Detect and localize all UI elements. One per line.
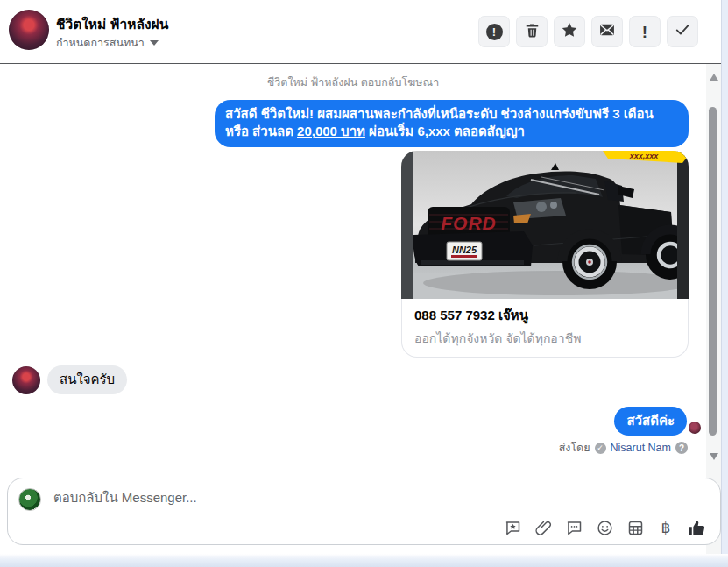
header-action-buttons: ! ! [478,16,698,47]
reply-composer: ฿ [7,478,721,545]
star-icon [561,21,578,42]
outgoing-message-bubble: สวัสดีค่ะ [614,407,687,436]
license-plate-text: NN25 [452,245,477,255]
report-button[interactable]: ! [478,16,510,47]
report-icon: ! [486,24,503,40]
scroll-up-icon[interactable] [710,74,718,81]
page-logo-avatar [18,488,41,511]
important-button[interactable]: ! [629,16,661,47]
ad-message-bubble: สวัสดี ชีวิตใหม่! ผสมผสานพละกำลังที่เหนื… [215,100,689,147]
contact-avatar[interactable] [9,10,49,50]
ad-card-title: 088 557 7932 เจ๊หนู [414,305,675,326]
ad-card-subtitle: ออกได้ทุกจังหวัด จัดได้ทุกอาชีพ [414,329,675,348]
help-icon[interactable]: ? [675,442,688,454]
important-icon: ! [642,24,647,40]
mark-unread-button[interactable] [591,16,623,47]
ad-attachment-card[interactable]: FORD NN25 [401,151,689,358]
ad-message-text-tail: ผ่อนเริ่ม 6,xxx ตลอดสัญญา [365,124,525,138]
mark-unread-icon [598,21,616,42]
done-check-icon [674,21,691,42]
delete-button[interactable] [516,16,548,47]
payment-grid-icon[interactable] [626,518,645,537]
car-photo: FORD NN25 [401,151,689,299]
saved-replies-icon[interactable] [503,518,522,537]
done-button[interactable] [667,16,698,47]
agent-name-link[interactable]: Nisarut Nam [611,442,671,454]
sent-by-prefix: ส่งโดย [559,439,590,457]
composer-toolbar: ฿ [503,518,706,537]
star-button[interactable] [554,16,585,47]
reply-input[interactable] [53,490,421,505]
sent-by-line: ส่งโดย ✓ Nisarut Nam ? [559,439,688,457]
scrollbar-thumb[interactable] [709,107,717,436]
emoji-icon[interactable] [595,518,614,537]
page-inbox-window: ชีวิตใหม่ ฟ้าหลังฝน กำหนดการสนทนา ! [0,0,728,567]
page-bottom-strip [0,554,728,567]
conversation-schedule-dropdown[interactable]: กำหนดการสนทนา [56,34,159,52]
conversation-header: ชีวิตใหม่ ฟ้าหลังฝน กำหนดการสนทนา ! [0,0,721,63]
conversation-schedule-label: กำหนดการสนทนา [56,34,145,52]
ad-context-label: ชีวิตใหม่ ฟ้าหลังฝน ตอบกลับโฆษณา [0,74,706,91]
chevron-down-icon [150,40,159,46]
contact-name: ชีวิตใหม่ ฟ้าหลังฝน [56,13,168,35]
scroll-down-icon[interactable] [710,453,718,460]
baht-icon[interactable]: ฿ [656,518,675,537]
header-divider [0,63,721,64]
trash-icon [524,22,541,42]
comment-icon[interactable] [564,518,583,537]
paperclip-icon[interactable] [534,518,553,537]
like-thumb-icon[interactable] [687,518,706,537]
seen-indicator-avatar [689,422,701,434]
ad-discount-link[interactable]: 20,000 บาท [297,124,365,138]
page-edge-strip [721,0,728,567]
customer-avatar[interactable] [12,366,40,394]
ad-card-info: 088 557 7932 เจ๊หนู ออกได้ทุกจังหวัด จัด… [401,299,689,358]
grille-brand-text: FORD [441,213,497,233]
incoming-message-bubble: สนใจครับ [47,365,127,394]
agent-badge-icon: ✓ [595,443,606,454]
price-banner-text: xxx,xxx [629,152,660,160]
